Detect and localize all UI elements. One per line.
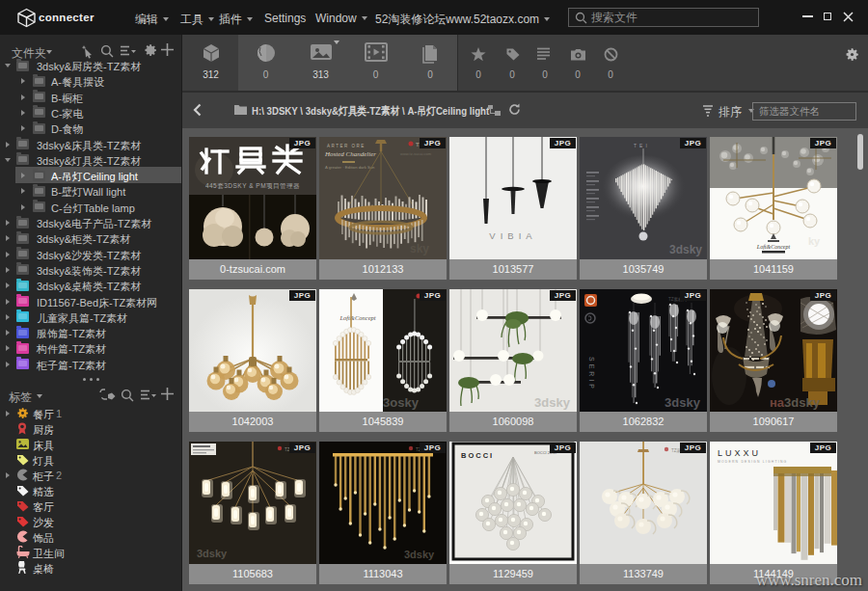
svg-text:3dsky: 3dsky: [669, 243, 702, 256]
svg-text:на3dsky: на3dsky: [770, 395, 821, 410]
svg-text:ARTER ORE: ARTER ORE: [327, 144, 366, 148]
svg-text:LUXXU: LUXXU: [718, 448, 761, 458]
svg-text:MODERN DESIGN LIGHTING: MODERN DESIGN LIGHTING: [718, 460, 787, 464]
svg-text:3dsky: 3dsky: [197, 548, 228, 559]
svg-text:3osky: 3osky: [383, 395, 420, 410]
svg-text:3dsky: 3dsky: [534, 395, 571, 410]
svg-text:ky: ky: [808, 235, 821, 247]
svg-text:A greater · Edition dark Sun: A greater · Edition dark Sun: [325, 165, 375, 170]
svg-text:Loft&Concept: Loft&Concept: [756, 244, 791, 250]
svg-text:3dsky: 3dsky: [404, 549, 435, 560]
svg-text:TEI: TEI: [634, 143, 650, 148]
svg-text:BOCCI: BOCCI: [461, 451, 494, 460]
svg-text:445套3DSKY & PM项目管理器: 445套3DSKY & PM项目管理器: [205, 182, 300, 190]
svg-text:www.tz-sucai.com: www.tz-sucai.com: [400, 151, 432, 156]
svg-text:Hosted Chandelier: Hosted Chandelier: [324, 150, 376, 158]
svg-text:sky: sky: [410, 242, 429, 255]
svg-text:SERIP: SERIP: [588, 357, 595, 391]
svg-text:VIBIA: VIBIA: [489, 230, 536, 241]
svg-text:Loft&Concept: Loft&Concept: [339, 314, 375, 321]
svg-text:3dsky: 3dsky: [665, 395, 701, 410]
